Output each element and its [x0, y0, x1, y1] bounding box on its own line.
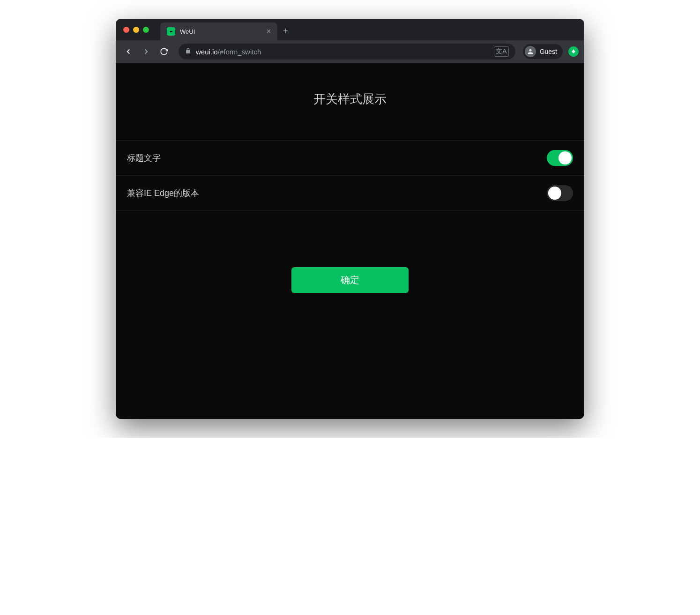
form-label: 标题文字 [127, 152, 161, 164]
form-row-ie-edge: 兼容IE Edge的版本 [116, 176, 584, 211]
switch-knob [559, 151, 572, 165]
url-path: /#form_switch [218, 48, 261, 56]
form-row-title-text: 标题文字 [116, 141, 584, 176]
url-host: weui.io [196, 48, 218, 56]
titlebar: WeUI × + [116, 19, 584, 40]
reload-button[interactable] [157, 45, 171, 59]
switch-title-text[interactable] [547, 150, 573, 166]
new-tab-button[interactable]: + [283, 26, 288, 36]
form-label: 兼容IE Edge的版本 [127, 188, 199, 199]
browser-window: WeUI × + weui.io/#form_switch 文A [116, 19, 584, 419]
switch-knob [548, 187, 561, 200]
profile-label: Guest [540, 48, 557, 55]
url-bar[interactable]: weui.io/#form_switch 文A [179, 44, 515, 60]
close-tab-button[interactable]: × [267, 27, 271, 36]
avatar-icon [525, 46, 536, 57]
url-text: weui.io/#form_switch [196, 48, 261, 56]
back-button[interactable] [121, 45, 135, 59]
tab-title: WeUI [180, 28, 262, 35]
forward-button[interactable] [139, 45, 153, 59]
translate-icon[interactable]: 文A [494, 46, 508, 57]
form-list: 标题文字 兼容IE Edge的版本 [116, 140, 584, 211]
lock-icon [185, 48, 191, 55]
switch-ie-edge[interactable] [547, 185, 573, 201]
window-minimize-button[interactable] [133, 27, 139, 33]
window-maximize-button[interactable] [143, 27, 149, 33]
page-content: 开关样式展示 标题文字 兼容IE Edge的版本 确定 [116, 63, 584, 419]
page-title: 开关样式展示 [116, 63, 584, 140]
browser-tab[interactable]: WeUI × [160, 22, 277, 40]
extension-icon[interactable] [568, 46, 579, 57]
toolbar: weui.io/#form_switch 文A Guest [116, 40, 584, 63]
window-close-button[interactable] [123, 27, 129, 33]
button-area: 确定 [116, 211, 584, 312]
profile-button[interactable]: Guest [523, 44, 563, 59]
traffic-lights [123, 27, 149, 33]
favicon-icon [167, 27, 175, 36]
submit-button[interactable]: 确定 [291, 267, 409, 293]
